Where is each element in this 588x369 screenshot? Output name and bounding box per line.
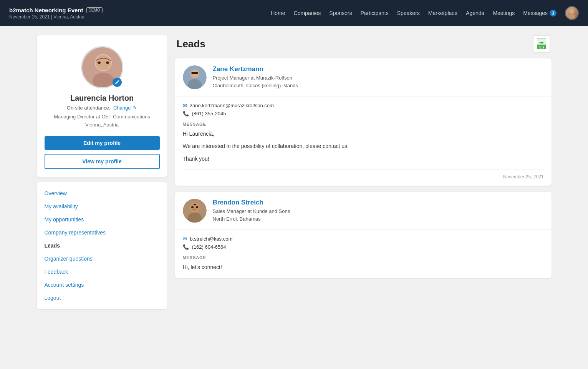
sidebar-item-availability[interactable]: My availability xyxy=(37,200,167,213)
attendance-text: On-site attendance. xyxy=(67,105,110,111)
nav-speakers[interactable]: Speakers xyxy=(397,10,420,16)
zane-role: Project Manager at Murazik-Rolfson xyxy=(213,74,298,82)
svg-text:XLS: XLS xyxy=(539,46,544,49)
brendon-name[interactable]: Brendon Streich xyxy=(213,199,290,206)
sidebar: Laurencia Horton On-site attendance. Cha… xyxy=(37,35,167,309)
zane-message-body: We are interested in the possibility of … xyxy=(183,142,544,150)
change-link[interactable]: Change xyxy=(113,105,131,111)
brendon-phone[interactable]: (162) 604-6564 xyxy=(192,244,226,250)
svg-rect-17 xyxy=(191,72,198,74)
lead-person-brendon: Brendon Streich Sales Manager at Kunde a… xyxy=(175,192,552,230)
avatar-face-icon xyxy=(566,6,578,20)
leads-header: Leads XLS ■■■ xyxy=(175,35,552,52)
svg-point-23 xyxy=(196,206,198,208)
edit-profile-button[interactable]: Edit my profile xyxy=(45,136,160,150)
profile-card: Laurencia Horton On-site attendance. Cha… xyxy=(37,35,167,177)
role-text: Managing Director at CET Communications xyxy=(54,114,150,120)
svg-point-6 xyxy=(98,62,101,64)
brendon-message-label: MESSAGE xyxy=(183,255,544,260)
location-text: Vienna, Austria xyxy=(85,122,119,128)
messages-badge: 3 xyxy=(550,10,557,17)
navbar-brand: b2match Networking Event DEMO November 1… xyxy=(9,7,103,20)
lead-details-brendon: ✉ b.streich@kas.com 📞 (162) 604-6564 MES… xyxy=(175,230,552,278)
nav-companies[interactable]: Companies xyxy=(294,10,321,16)
sidebar-item-account-settings[interactable]: Account settings xyxy=(37,278,167,291)
zane-message-label: MESSAGE xyxy=(183,122,544,126)
zane-message-thanks: Thank you! xyxy=(183,155,544,163)
navbar-nav: Home Companies Sponsors Participants Spe… xyxy=(271,6,579,20)
nav-sponsors[interactable]: Sponsors xyxy=(329,10,352,16)
pencil-inline-icon: ✎ xyxy=(133,105,137,111)
phone-icon-zane: 📞 xyxy=(183,111,189,116)
sidebar-item-logout[interactable]: Logout xyxy=(37,291,167,304)
zane-email-row: ✉ zane.kertzmann@murazikrolfson.com xyxy=(183,103,544,108)
brendon-location: North Errol, Bahamas xyxy=(213,215,290,223)
sidebar-item-opportunities[interactable]: My opportunities xyxy=(37,213,167,226)
nav-marketplace[interactable]: Marketplace xyxy=(428,10,457,16)
lead-info-brendon: Brendon Streich Sales Manager at Kunde a… xyxy=(213,199,290,223)
lead-avatar-zane[interactable] xyxy=(183,65,207,89)
lead-card-zane: Zane Kertzmann Project Manager at Murazi… xyxy=(175,58,552,186)
email-icon-brendon: ✉ xyxy=(183,236,187,242)
sidebar-item-leads[interactable]: Leads xyxy=(37,239,167,252)
zane-message-greeting: Hi Laurencia, xyxy=(183,130,544,138)
zane-message-date: November 25, 2021 xyxy=(183,169,544,180)
brendon-message-greeting: Hi, let's connect! xyxy=(183,263,544,271)
avatar-wrap xyxy=(81,46,123,88)
lead-details-zane: ✉ zane.kertzmann@murazikrolfson.com 📞 (8… xyxy=(175,96,552,186)
profile-role: Managing Director at CET Communications … xyxy=(45,113,160,129)
navbar: b2match Networking Event DEMO November 1… xyxy=(0,0,588,26)
messages-label: Messages xyxy=(523,10,548,16)
attendance-line: On-site attendance. Change ✎ xyxy=(45,105,160,111)
sidebar-item-organizer-questions[interactable]: Organizer questions xyxy=(37,252,167,265)
lead-info-zane: Zane Kertzmann Project Manager at Murazi… xyxy=(213,65,298,89)
zane-phone[interactable]: (861) 355-2045 xyxy=(192,111,226,116)
avatar-edit-button[interactable] xyxy=(113,78,122,87)
view-profile-button[interactable]: View my profile xyxy=(45,154,160,169)
user-avatar-nav[interactable] xyxy=(565,6,579,20)
profile-name: Laurencia Horton xyxy=(45,94,160,103)
sidebar-nav: Overview My availability My opportunitie… xyxy=(37,182,167,309)
brendon-avatar-svg xyxy=(183,199,207,223)
leads-title: Leads xyxy=(177,38,205,50)
zane-location: Claribelmouth, Cocos (keeling) Islands xyxy=(213,82,298,90)
svg-point-22 xyxy=(191,206,194,208)
nav-messages[interactable]: Messages 3 xyxy=(523,10,557,17)
lead-card-brendon: Brendon Streich Sales Manager at Kunde a… xyxy=(175,192,552,278)
xls-export-button[interactable]: XLS ■■■ xyxy=(533,35,550,52)
sidebar-item-overview[interactable]: Overview xyxy=(37,187,167,200)
phone-icon-brendon: 📞 xyxy=(183,244,189,250)
brendon-phone-row: 📞 (162) 604-6564 xyxy=(183,244,544,250)
lead-person-zane: Zane Kertzmann Project Manager at Murazi… xyxy=(175,58,552,96)
nav-participants[interactable]: Participants xyxy=(361,10,389,16)
sidebar-item-feedback[interactable]: Feedback xyxy=(37,265,167,278)
app-subtitle: November 15, 2021 | Vienna, Austria xyxy=(9,14,103,20)
svg-text:■■■: ■■■ xyxy=(539,42,543,44)
demo-badge: DEMO xyxy=(86,7,103,13)
svg-point-7 xyxy=(106,62,109,64)
svg-point-0 xyxy=(570,9,574,13)
app-name: b2match Networking Event xyxy=(9,7,83,13)
sidebar-item-company-reps[interactable]: Company representatives xyxy=(37,226,167,239)
zane-avatar-svg xyxy=(183,65,207,89)
brendon-role: Sales Manager at Kunde and Sons xyxy=(213,208,290,215)
zane-name[interactable]: Zane Kertzmann xyxy=(213,65,298,73)
nav-agenda[interactable]: Agenda xyxy=(466,10,484,16)
svg-rect-24 xyxy=(194,204,196,205)
pencil-icon xyxy=(115,80,119,85)
main-content: Leads XLS ■■■ xyxy=(175,35,552,309)
lead-avatar-brendon[interactable] xyxy=(183,199,207,223)
brendon-email-row: ✉ b.streich@kas.com xyxy=(183,236,544,242)
xls-file-icon: XLS ■■■ xyxy=(537,38,546,49)
email-icon-zane: ✉ xyxy=(183,103,187,108)
nav-meetings[interactable]: Meetings xyxy=(493,10,515,16)
nav-home[interactable]: Home xyxy=(271,10,285,16)
zane-email[interactable]: zane.kertzmann@murazikrolfson.com xyxy=(190,103,274,108)
zane-phone-row: 📞 (861) 355-2045 xyxy=(183,111,544,116)
brendon-email[interactable]: b.streich@kas.com xyxy=(190,236,233,242)
svg-point-1 xyxy=(568,14,575,19)
